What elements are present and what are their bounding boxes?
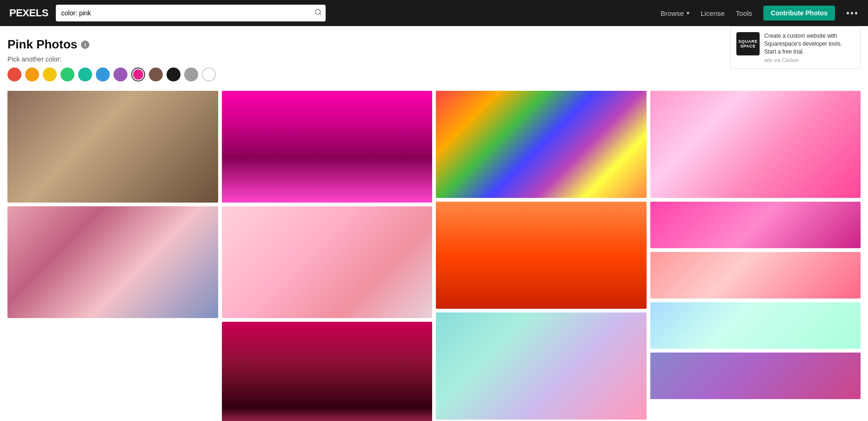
photo-grid [7, 91, 861, 421]
swatch-orange[interactable] [25, 68, 39, 81]
photo-image [436, 312, 647, 420]
navbar: PEXELS Browse ▾ License Tools Contribute… [0, 0, 868, 26]
contribute-button[interactable]: Contribute Photos [763, 6, 835, 20]
ad-description: Create a custom website with Squarespace… [764, 32, 855, 55]
swatch-black[interactable] [167, 68, 180, 81]
swatch-pink[interactable] [131, 68, 145, 81]
nav-links: Browse ▾ License Tools Contribute Photos… [661, 6, 859, 20]
photo-item[interactable] [650, 91, 861, 198]
swatch-teal[interactable] [78, 68, 92, 81]
search-icon [314, 8, 322, 16]
ad-card[interactable]: SQUARE SPACE Create a custom website wit… [730, 26, 861, 69]
photo-image [650, 202, 861, 248]
swatch-yellow[interactable] [43, 68, 57, 81]
photo-item[interactable] [222, 206, 433, 318]
browse-link[interactable]: Browse ▾ [661, 9, 689, 17]
photo-image [436, 91, 647, 198]
photo-item[interactable] [436, 312, 647, 420]
swatch-brown[interactable] [149, 68, 163, 81]
info-icon[interactable]: i [81, 41, 89, 49]
ad-source: ads via Carbon [764, 57, 855, 63]
photo-item[interactable] [650, 202, 861, 248]
photo-image [222, 206, 433, 318]
chevron-down-icon: ▾ [687, 10, 689, 16]
photo-image [650, 302, 861, 349]
swatch-red[interactable] [7, 68, 21, 81]
photo-item[interactable] [222, 91, 433, 203]
license-link[interactable]: License [701, 9, 725, 17]
photo-image [650, 252, 861, 299]
logo[interactable]: PEXELS [9, 7, 48, 19]
swatch-purple[interactable] [114, 68, 127, 81]
tools-link[interactable]: Tools [736, 9, 752, 17]
search-input[interactable] [56, 5, 326, 21]
ad-logo: SQUARE SPACE [736, 32, 760, 55]
photo-image [436, 202, 647, 309]
color-swatches [7, 68, 861, 81]
more-button[interactable]: ••• [846, 8, 859, 19]
svg-point-0 [315, 9, 320, 14]
swatch-blue[interactable] [96, 68, 110, 81]
photo-image [7, 206, 218, 318]
photo-image [222, 91, 433, 203]
search-bar [56, 5, 326, 21]
photo-item[interactable] [650, 302, 861, 349]
swatch-gray[interactable] [184, 68, 198, 81]
svg-line-1 [320, 14, 321, 15]
page-title: Pink Photos [7, 37, 77, 52]
photo-item[interactable] [650, 353, 861, 399]
photo-item[interactable] [436, 91, 647, 198]
photo-item[interactable] [7, 206, 218, 318]
photo-image [650, 91, 861, 198]
photo-item[interactable] [7, 91, 218, 203]
ad-logo-text: SQUARE SPACE [736, 39, 760, 48]
search-button[interactable] [314, 8, 322, 18]
photo-image [222, 322, 433, 421]
photo-image [7, 91, 218, 203]
ad-content: Create a custom website with Squarespace… [764, 32, 855, 63]
photo-item[interactable] [222, 322, 433, 421]
content-area: SQUARE SPACE Create a custom website wit… [0, 26, 868, 421]
photo-image [650, 353, 861, 399]
photo-item[interactable] [436, 202, 647, 309]
swatch-white[interactable] [202, 68, 216, 81]
photo-item[interactable] [650, 252, 861, 299]
swatch-green[interactable] [60, 68, 74, 81]
